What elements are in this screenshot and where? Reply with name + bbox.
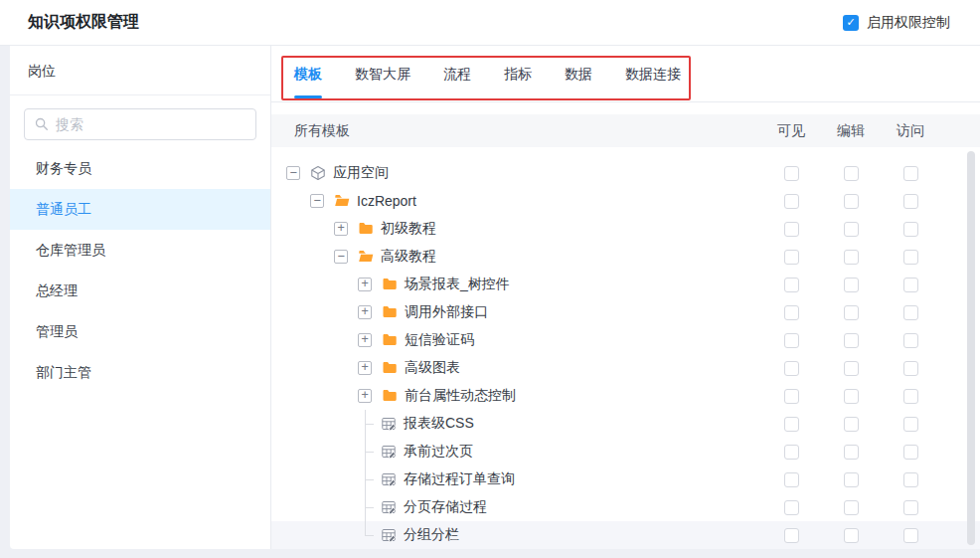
sidebar-position-item[interactable]: 普通员工 xyxy=(10,189,270,230)
tree-node-label[interactable]: 承前过次页 xyxy=(404,443,473,461)
sidebar-position-item[interactable]: 部门主管 xyxy=(10,352,270,393)
permission-checkbox-col-1[interactable] xyxy=(784,166,799,181)
permission-checkbox-col-2[interactable] xyxy=(844,361,859,376)
permission-checkbox-col-2[interactable] xyxy=(844,333,859,348)
template-tree: −应用空间−IczReport+初级教程−高级教程+场景报表_树控件+调用外部接… xyxy=(271,159,980,549)
sidebar-position-item[interactable]: 管理员 xyxy=(10,311,270,352)
permission-column-header: 访问 xyxy=(881,122,940,140)
collapse-toggle-icon[interactable]: − xyxy=(334,250,348,264)
permission-checkbox-col-3[interactable] xyxy=(903,500,918,515)
permission-checkbox-col-3[interactable] xyxy=(903,194,918,209)
permission-checkbox-col-2[interactable] xyxy=(844,445,859,460)
tree-row: 分页存储过程 xyxy=(271,493,980,521)
permission-checkbox-col-2[interactable] xyxy=(844,222,859,237)
tree-node-label[interactable]: 分组分栏 xyxy=(404,526,459,544)
permission-checkbox-col-2[interactable] xyxy=(844,528,859,543)
permission-checkbox-col-2[interactable] xyxy=(844,250,859,265)
tab[interactable]: 数据 xyxy=(565,46,592,101)
permission-checkbox-col-3[interactable] xyxy=(903,472,918,487)
vertical-scrollbar-thumb[interactable] xyxy=(967,151,975,545)
permission-checkbox-col-1[interactable] xyxy=(784,361,799,376)
permission-checkbox-col-1[interactable] xyxy=(784,305,799,320)
permission-cell xyxy=(881,166,940,181)
sidebar-position-item[interactable]: 财务专员 xyxy=(10,148,270,189)
permission-checkbox-col-2[interactable] xyxy=(844,194,859,209)
tree-row: −IczReport xyxy=(271,187,980,215)
tab[interactable]: 流程 xyxy=(443,46,471,101)
permission-checkbox-col-2[interactable] xyxy=(844,305,859,320)
tab[interactable]: 数智大屏 xyxy=(355,46,410,101)
permission-checkbox-col-3[interactable] xyxy=(903,333,918,348)
search-input[interactable] xyxy=(56,116,245,132)
sidebar-position-item[interactable]: 仓库管理员 xyxy=(10,230,270,271)
tree-node-label[interactable]: 场景报表_树控件 xyxy=(405,276,510,293)
permission-checkbox-col-3[interactable] xyxy=(903,528,918,543)
tab[interactable]: 指标 xyxy=(504,46,532,101)
permission-checkbox-col-2[interactable] xyxy=(844,278,859,292)
permission-cell xyxy=(821,278,881,292)
permission-checkbox-col-3[interactable] xyxy=(903,250,918,265)
permission-checkbox-col-3[interactable] xyxy=(903,389,918,404)
tree-node-label[interactable]: 应用空间 xyxy=(333,164,389,182)
expand-toggle-icon[interactable]: + xyxy=(358,305,372,319)
tab[interactable]: 数据连接 xyxy=(625,46,681,101)
enable-permission-checkbox[interactable]: ✓ xyxy=(843,15,859,31)
enable-permission-control[interactable]: ✓ 启用权限控制 xyxy=(843,14,950,32)
search-box[interactable] xyxy=(24,108,256,140)
tree-node: +场景报表_树控件 xyxy=(271,271,761,298)
permission-checkbox-col-1[interactable] xyxy=(784,222,799,237)
tree-node-label[interactable]: 短信验证码 xyxy=(405,331,474,349)
sidebar-position-item[interactable]: 总经理 xyxy=(10,271,270,311)
permission-checkbox-col-1[interactable] xyxy=(784,278,799,292)
folder-open-icon xyxy=(334,193,350,209)
permission-checkbox-col-1[interactable] xyxy=(784,528,799,543)
collapse-toggle-icon[interactable]: − xyxy=(286,166,300,180)
permission-cell xyxy=(821,305,881,320)
page-title: 知识项权限管理 xyxy=(28,12,139,33)
tree-node-label[interactable]: 调用外部接口 xyxy=(405,303,488,321)
permission-cell xyxy=(821,361,881,376)
permission-checkbox-col-3[interactable] xyxy=(903,166,918,181)
permission-checkbox-col-1[interactable] xyxy=(784,500,799,515)
tree-node-label[interactable]: 高级教程 xyxy=(381,248,436,266)
tree-node-label[interactable]: 初级教程 xyxy=(381,220,436,238)
expand-toggle-icon[interactable]: + xyxy=(358,361,372,375)
expand-toggle-icon[interactable]: + xyxy=(358,278,372,291)
permission-checkbox-col-2[interactable] xyxy=(844,389,859,404)
expand-toggle-icon[interactable]: + xyxy=(358,389,372,403)
tree-node-label[interactable]: 报表级CSS xyxy=(404,415,474,433)
permission-checkbox-col-3[interactable] xyxy=(903,305,918,320)
permission-checkbox-col-1[interactable] xyxy=(784,472,799,487)
permission-checkbox-col-3[interactable] xyxy=(903,222,918,237)
permission-checkbox-col-1[interactable] xyxy=(784,445,799,460)
permission-checkbox-col-2[interactable] xyxy=(844,166,859,181)
tree-node-label[interactable]: 分页存储过程 xyxy=(404,498,487,516)
tree-node: −IczReport xyxy=(271,187,761,215)
permission-checkbox-col-3[interactable] xyxy=(903,361,918,376)
permission-checkbox-col-1[interactable] xyxy=(784,389,799,404)
permission-checkbox-col-3[interactable] xyxy=(903,417,918,432)
main-panel: 模板数智大屏流程指标数据数据连接 所有模板 可见编辑访问 −应用空间−IczRe… xyxy=(271,46,980,549)
collapse-toggle-icon[interactable]: − xyxy=(310,194,324,208)
tree-node-label[interactable]: 存储过程订单查询 xyxy=(404,470,515,488)
tree-node-label[interactable]: 前台属性动态控制 xyxy=(405,387,516,405)
tree-node-label[interactable]: 高级图表 xyxy=(405,359,460,377)
permission-checkbox-col-1[interactable] xyxy=(784,417,799,432)
permission-checkbox-col-1[interactable] xyxy=(784,250,799,265)
permission-checkbox-col-2[interactable] xyxy=(844,472,859,487)
permission-checkbox-col-1[interactable] xyxy=(784,333,799,348)
permission-checkbox-col-3[interactable] xyxy=(903,445,918,460)
tree-node-label[interactable]: IczReport xyxy=(357,193,416,209)
expand-toggle-icon[interactable]: + xyxy=(334,222,348,236)
folder-icon xyxy=(382,332,398,348)
content-area: 岗位 财务专员普通员工仓库管理员总经理管理员部门主管 模板数智大屏流程指标数据数… xyxy=(10,46,980,549)
permission-checkbox-col-2[interactable] xyxy=(844,500,859,515)
tab-active[interactable]: 模板 xyxy=(294,46,322,101)
report-icon xyxy=(381,471,397,487)
permission-cell xyxy=(881,305,940,320)
tree-row: +前台属性动态控制 xyxy=(271,382,980,410)
expand-toggle-icon[interactable]: + xyxy=(358,333,372,347)
permission-checkbox-col-3[interactable] xyxy=(903,278,918,292)
permission-checkbox-col-1[interactable] xyxy=(784,194,799,209)
permission-checkbox-col-2[interactable] xyxy=(844,417,859,432)
